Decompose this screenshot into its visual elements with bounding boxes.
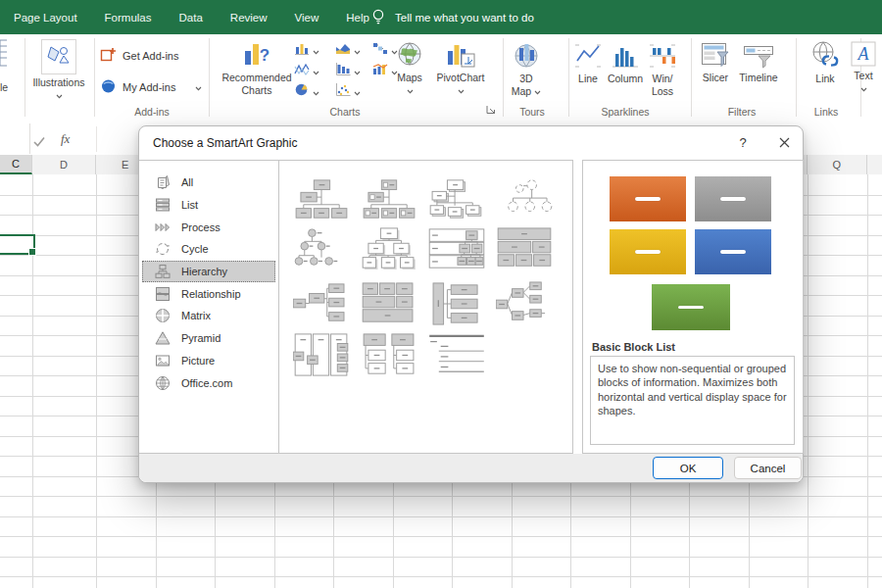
category-hierarchy[interactable]: Hierarchy — [142, 261, 275, 283]
link-button[interactable]: Link — [806, 40, 845, 85]
dialog-footer: OK Cancel — [139, 454, 803, 482]
gray-block — [695, 176, 771, 221]
selected-cell[interactable] — [0, 234, 35, 255]
thumbnail-organization-chart[interactable] — [291, 176, 352, 223]
tell-me-box[interactable]: Tell me what you want to do — [370, 0, 534, 34]
category-picture[interactable]: Picture — [139, 350, 278, 372]
thumbnail-three-column-list[interactable] — [291, 331, 352, 378]
ribbon-tab-review[interactable]: Review — [217, 0, 281, 34]
category-list[interactable]: List — [139, 194, 278, 217]
chevron-down-icon — [407, 84, 414, 97]
category-label: Matrix — [181, 310, 211, 321]
column-header-R[interactable]: R — [867, 155, 882, 174]
winloss-sparkline-button[interactable]: Win/ Loss — [645, 42, 680, 98]
thumbnail-half-circle-organization-chart[interactable] — [291, 225, 352, 272]
block-text-dash — [720, 197, 746, 201]
bar-chart-button[interactable] — [335, 62, 361, 79]
line-sparkline-button[interactable]: Line — [570, 42, 606, 85]
insert-function-button[interactable]: fx — [61, 131, 70, 147]
pie-chart-button[interactable] — [294, 82, 319, 100]
grid-line — [867, 174, 868, 588]
green-block — [652, 284, 730, 330]
ribbon-tab-view[interactable]: View — [281, 0, 333, 34]
maps-button[interactable]: Maps — [390, 41, 429, 97]
ok-button[interactable]: OK — [653, 457, 723, 479]
ribbon-tab-page-layout[interactable]: Page Layout — [0, 0, 91, 34]
column-header-D[interactable]: D — [32, 155, 96, 174]
category-matrix[interactable]: Matrix — [139, 305, 278, 327]
table-button-label[interactable]: le — [0, 81, 8, 93]
my-addins-icon — [100, 77, 117, 96]
timeline-icon — [743, 41, 774, 72]
ribbon-tab-formulas[interactable]: Formulas — [91, 0, 166, 34]
category-office-com[interactable]: Office.com — [139, 371, 278, 394]
cancel-button[interactable]: Cancel — [734, 457, 802, 479]
thumbnail-circle-picture-hierarchy[interactable] — [494, 176, 555, 223]
column-sparkline-button[interactable]: Column — [606, 42, 645, 85]
chevron-down-icon — [354, 82, 361, 100]
thumbnail-lined-list[interactable] — [426, 331, 487, 378]
chevron-down-icon — [56, 89, 63, 102]
slicer-button[interactable]: Slicer — [696, 41, 735, 84]
charts-dialog-launcher[interactable] — [484, 103, 498, 117]
block-text-dash — [635, 197, 661, 201]
get-addins-button[interactable]: Get Add-ins — [100, 46, 178, 65]
category-process[interactable]: Process — [139, 216, 278, 238]
chevron-down-icon — [313, 41, 319, 59]
my-addins-button[interactable]: My Add-ins — [100, 77, 202, 96]
layout-name: Basic Block List — [592, 341, 675, 353]
column-header-Q[interactable]: Q — [808, 155, 867, 174]
recommended-charts-button[interactable]: ? Recommended Charts — [220, 39, 294, 97]
my-addins-label: My Add-ins — [122, 81, 175, 93]
dialog-help-button[interactable]: ? — [728, 131, 758, 155]
addins-group-label: Add-ins — [134, 106, 170, 118]
column-sparkline-icon — [611, 42, 640, 73]
grid-line — [0, 536, 882, 537]
category-all[interactable]: All — [139, 172, 278, 194]
scatter-chart-button[interactable] — [335, 82, 361, 100]
charts-group-label: Charts — [330, 106, 361, 118]
thumbnail-vertical-organization-chart[interactable] — [426, 280, 487, 327]
fill-handle[interactable] — [28, 248, 36, 256]
choose-smartart-dialog: Choose a SmartArt Graphic ? AllListProce… — [138, 125, 804, 483]
thumbnail-table-hierarchy[interactable] — [494, 225, 555, 272]
thumbnail-labeled-hierarchy[interactable] — [426, 225, 487, 272]
3d-map-button[interactable]: 3D Map — [505, 40, 548, 98]
column-chart-button[interactable] — [294, 41, 319, 59]
chevron-down-icon — [195, 81, 202, 93]
blue-block — [695, 229, 771, 274]
pivotchart-button[interactable]: PivotChart — [431, 41, 490, 97]
thumbnail-name-and-title-organization-chart[interactable] — [359, 176, 419, 223]
timeline-button[interactable]: Timeline — [736, 41, 781, 84]
chevron-down-icon — [860, 82, 867, 95]
illustrations-label: Illustrations — [32, 76, 84, 89]
thumbnail-picture-organization-chart[interactable] — [426, 176, 487, 223]
category-cycle[interactable]: Cycle — [139, 238, 278, 261]
text-button[interactable]: A Text — [847, 41, 880, 95]
grid-line — [808, 174, 808, 588]
category-relationship[interactable]: Relationship — [139, 282, 278, 305]
dialog-close-button[interactable] — [770, 131, 798, 155]
illustrations-button[interactable]: Illustrations — [27, 39, 90, 102]
name-box[interactable] — [0, 123, 30, 154]
dialog-launcher-icon — [486, 101, 496, 119]
stock-chart-icon — [294, 62, 310, 79]
category-pyramid[interactable]: Pyramid — [139, 327, 278, 350]
thumbnail-horizontal-organization-chart[interactable] — [291, 280, 352, 327]
thumbnail-hierarchy[interactable] — [359, 225, 419, 272]
stock-chart-button[interactable] — [294, 62, 319, 79]
thumbnail-block-grid[interactable] — [359, 280, 419, 327]
table-icon[interactable] — [0, 38, 7, 72]
group-separator — [503, 38, 504, 117]
excel-window: Page LayoutFormulasDataReviewViewHelp Te… — [0, 0, 882, 588]
grid-line — [0, 557, 882, 558]
thumbnail-stacked-list[interactable] — [359, 331, 419, 378]
ribbon-tab-data[interactable]: Data — [166, 0, 217, 34]
3d-map-icon — [512, 40, 541, 73]
area-chart-button[interactable] — [335, 41, 361, 59]
enter-check-icon[interactable] — [33, 133, 45, 151]
relationship-icon — [155, 286, 171, 302]
office-icon — [155, 375, 171, 391]
thumbnail-horizontal-hierarchy[interactable] — [494, 280, 555, 327]
column-header-C[interactable]: C — [0, 155, 32, 174]
